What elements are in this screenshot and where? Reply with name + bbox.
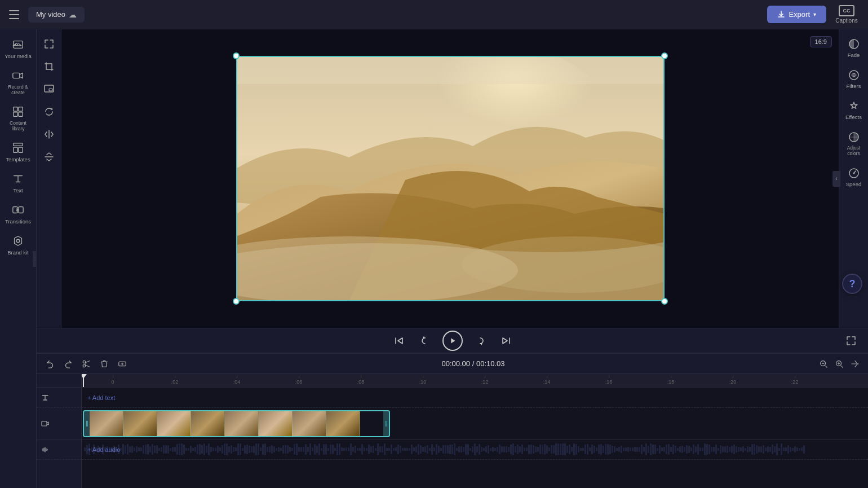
help-bubble[interactable]: ? [842, 274, 862, 294]
video-title-tab[interactable]: My video ☁ [28, 7, 85, 23]
undo-btn[interactable] [43, 357, 57, 371]
pip-tool-btn[interactable] [40, 80, 58, 98]
skip-forward-btn[interactable] [498, 332, 515, 349]
right-panel-speed[interactable]: Speed [840, 163, 867, 192]
timeline-toolbar: 00:00.00 / 00:10.03 [37, 354, 868, 374]
text-track-icon [41, 394, 49, 402]
sidebar-label-content-library: Content library [3, 120, 33, 131]
current-time: 00:00.00 [441, 359, 470, 368]
aspect-ratio-badge: 16:9 [810, 36, 832, 47]
time-separator: / [470, 359, 476, 368]
fade-label: Fade [848, 52, 860, 58]
sidebar-item-brand-kit[interactable]: Brand kit [1, 230, 35, 260]
timeline-tracks[interactable]: 0 :02 :04 :06 :08 :10 :12 :14 :16 :18 :2… [82, 374, 868, 488]
video-background [236, 56, 665, 301]
right-panel-collapse-btn[interactable]: ‹ [832, 171, 840, 187]
expand-timeline-btn[interactable] [849, 358, 861, 370]
effects-label: Effects [845, 114, 862, 120]
clip-thumb-1 [90, 411, 123, 436]
topbar: My video ☁ Export ▾ CC Captions [0, 0, 868, 29]
ruler-mark-0: 0 [82, 375, 144, 385]
menu-button[interactable] [7, 7, 23, 23]
svg-rect-9 [19, 147, 23, 152]
add-text-label: + Add text [87, 394, 115, 401]
svg-rect-11 [19, 207, 23, 213]
clip-thumb-5 [225, 411, 259, 436]
ruler-mark-10: :20 [702, 375, 764, 385]
cut-btn[interactable] [79, 357, 93, 371]
sidebar-expand-btn[interactable]: › [33, 251, 37, 267]
fullscreen-tool-btn[interactable] [40, 35, 58, 53]
clip-thumb-3 [157, 411, 191, 436]
track-labels [37, 374, 82, 488]
redo-btn[interactable] [61, 357, 75, 371]
captions-panel[interactable]: CC Captions [832, 3, 861, 26]
add-text-btn[interactable]: + Add text [82, 394, 121, 401]
sidebar-label-templates: Templates [6, 156, 30, 162]
sidebar-item-templates[interactable]: Templates [1, 137, 35, 167]
templates-icon [12, 142, 24, 154]
handle-bottom-left[interactable] [233, 298, 240, 305]
ruler-marks: 0 :02 :04 :06 :08 :10 :12 :14 :16 :18 :2… [82, 374, 868, 385]
timeline-ruler: 0 :02 :04 :06 :08 :10 :12 :14 :16 :18 :2… [82, 374, 868, 388]
ruler-mark-8: :16 [578, 375, 640, 385]
main-area: Your media Record & create Content libra… [0, 29, 868, 488]
right-panel-filters[interactable]: Filters [840, 65, 867, 94]
your-media-icon [12, 38, 24, 51]
right-panel-effects[interactable]: Effects [840, 96, 867, 125]
desert-scene-svg [236, 56, 665, 301]
clip-thumb-8 [326, 411, 360, 436]
timeline-time-display: 00:00.00 / 00:10.03 [134, 359, 813, 368]
adjust-colors-icon [848, 131, 860, 143]
sidebar-item-record-create[interactable]: Record & create [1, 65, 35, 100]
svg-rect-8 [14, 147, 17, 152]
clip-handle-right[interactable]: ‖ [383, 411, 389, 436]
handle-bottom-right[interactable] [661, 298, 668, 305]
handle-top-left[interactable] [233, 52, 240, 59]
audio-track-label [37, 439, 82, 460]
sidebar: Your media Record & create Content libra… [0, 29, 37, 488]
play-button[interactable] [442, 331, 463, 351]
video-clip[interactable]: ‖ [83, 410, 390, 437]
handle-top-right[interactable] [661, 52, 668, 59]
video-frame [236, 56, 665, 301]
fast-forward-btn[interactable] [472, 332, 489, 349]
right-panel-fade[interactable]: Fade [840, 34, 867, 63]
transitions-icon [12, 204, 24, 216]
svg-rect-6 [19, 112, 23, 116]
timeline-zoom-controls [817, 358, 861, 370]
sidebar-item-text[interactable]: Text [1, 168, 35, 198]
text-track-row: + Add text [82, 388, 868, 408]
export-button[interactable]: Export ▾ [767, 6, 826, 23]
preview-fullscreen-btn[interactable] [843, 333, 859, 349]
content-library-icon [12, 105, 24, 118]
clip-handle-left[interactable]: ‖ [84, 411, 90, 436]
svg-rect-4 [19, 107, 23, 111]
zoom-in-btn[interactable] [833, 358, 845, 370]
sidebar-label-text: Text [13, 187, 23, 194]
sidebar-item-transitions[interactable]: Transitions [1, 199, 35, 229]
right-panel-adjust-colors[interactable]: Adjust colors [840, 127, 867, 161]
flip-v-tool-btn[interactable] [40, 148, 58, 166]
playhead[interactable] [83, 374, 84, 387]
zoom-out-btn[interactable] [817, 358, 830, 370]
delete-btn[interactable] [98, 357, 111, 371]
sidebar-item-content-library[interactable]: Content library [1, 101, 35, 136]
rotate-tool-btn[interactable] [40, 103, 58, 121]
add-to-timeline-btn[interactable] [116, 357, 129, 371]
audio-track-icon [41, 446, 49, 454]
crop-tool-btn[interactable] [40, 58, 58, 76]
sidebar-label-record-create: Record & create [3, 84, 33, 95]
skip-back-btn[interactable] [391, 332, 408, 349]
cloud-icon: ☁ [69, 10, 77, 19]
ruler-mark-7: :14 [516, 375, 578, 385]
flip-h-tool-btn[interactable] [40, 125, 58, 143]
clip-thumb-4 [191, 411, 225, 436]
playback-bar [37, 328, 868, 353]
captions-label: Captions [835, 17, 857, 24]
rewind-btn[interactable] [417, 332, 433, 349]
video-track-label [37, 408, 82, 439]
svg-rect-29 [42, 421, 47, 426]
ruler-mark-4: :08 [330, 375, 392, 385]
sidebar-item-your-media[interactable]: Your media [1, 34, 35, 64]
